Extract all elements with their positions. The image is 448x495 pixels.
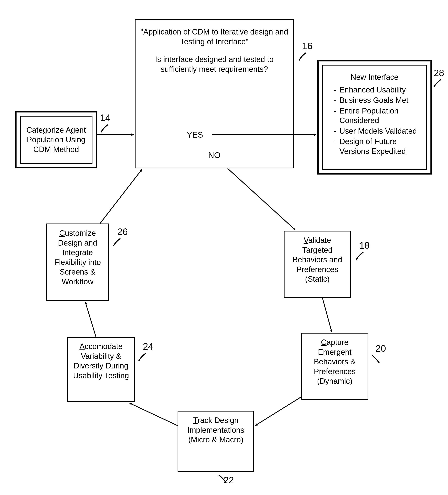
ni-item: Design of Future Versions Expedited xyxy=(334,137,420,156)
ni-item: Enhanced Usability xyxy=(334,85,420,95)
ref-tick-20 xyxy=(369,353,382,365)
validate-text: Validate Targeted Behaviors and Preferen… xyxy=(293,236,342,283)
ref-tick-28 xyxy=(432,77,444,89)
new-interface-title: New Interface xyxy=(329,72,420,82)
box-categorize: Categorize Agent Population Using CDM Me… xyxy=(15,111,97,168)
svg-line-6 xyxy=(85,302,96,337)
ref-16: 16 xyxy=(302,41,312,51)
track-text: Track Design Implementations (Micro & Ma… xyxy=(187,416,244,444)
ni-item: Entire Population Considered xyxy=(334,106,420,125)
ref-tick-22 xyxy=(216,473,229,485)
svg-line-7 xyxy=(100,169,142,223)
ref-14: 14 xyxy=(100,112,110,123)
ref-tick-16 xyxy=(297,50,309,62)
box-new-interface: New Interface Enhanced Usability Busines… xyxy=(317,60,432,175)
ref-24: 24 xyxy=(143,341,153,352)
svg-line-5 xyxy=(130,403,177,426)
svg-line-4 xyxy=(255,397,301,426)
accommodate-text: Accomodate Variability & Diversity Durin… xyxy=(73,342,129,380)
svg-line-2 xyxy=(228,168,295,230)
decision-no: NO xyxy=(208,151,220,160)
box-validate: Validate Targeted Behaviors and Preferen… xyxy=(284,231,351,298)
capture-text: Capture Emergent Behaviors & Preferences… xyxy=(314,338,356,385)
box-capture: Capture Emergent Behaviors & Preferences… xyxy=(301,333,368,400)
ref-tick-24 xyxy=(137,351,149,363)
ref-20: 20 xyxy=(376,343,386,354)
box-track: Track Design Implementations (Micro & Ma… xyxy=(177,411,254,472)
box-categorize-inner: Categorize Agent Population Using CDM Me… xyxy=(20,116,93,164)
ref-18: 18 xyxy=(359,240,370,251)
decision-title: "Application of CDM to Iterative design … xyxy=(139,27,289,47)
ni-item: User Models Validated xyxy=(334,126,420,136)
customize-text: Customize Design and Integrate Flexibili… xyxy=(54,229,101,286)
flowchart-canvas: Categorize Agent Population Using CDM Me… xyxy=(0,0,448,495)
ref-28: 28 xyxy=(434,67,444,78)
box-accommodate: Accomodate Variability & Diversity Durin… xyxy=(67,337,135,402)
ref-tick-18 xyxy=(354,250,366,262)
box-new-interface-inner: New Interface Enhanced Usability Busines… xyxy=(322,65,427,170)
categorize-text: Categorize Agent Population Using CDM Me… xyxy=(25,125,87,154)
box-decision: "Application of CDM to Iterative design … xyxy=(135,19,294,168)
box-customize: Customize Design and Integrate Flexibili… xyxy=(46,223,109,301)
ref-26: 26 xyxy=(117,226,128,237)
ni-item: Business Goals Met xyxy=(334,96,420,105)
ref-tick-14 xyxy=(99,122,111,134)
new-interface-list: Enhanced Usability Business Goals Met En… xyxy=(329,85,420,157)
ref-tick-26 xyxy=(111,236,123,248)
decision-question: Is interface designed and tested to suff… xyxy=(139,55,289,74)
decision-yes: YES xyxy=(187,130,203,139)
svg-line-3 xyxy=(323,298,332,332)
